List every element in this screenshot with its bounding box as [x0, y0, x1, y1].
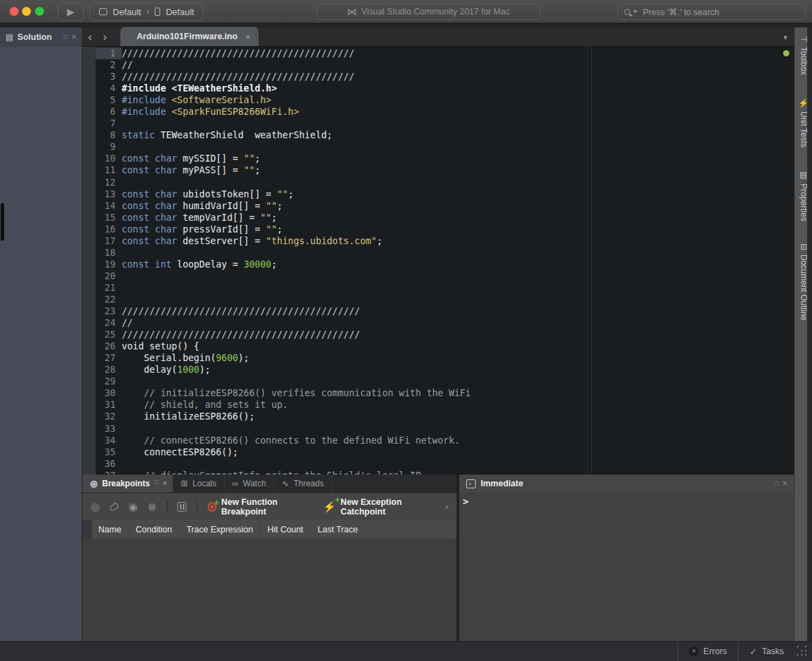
code-line: 14const char humidVarId[] = "";	[96, 200, 794, 212]
new-breakpoint-icon[interactable]: ◎	[91, 501, 100, 513]
toolbar-overflow-icon[interactable]: ›	[446, 501, 448, 512]
code-line: 35 connectESP8266();	[96, 446, 794, 458]
solution-pad-title: Solution	[17, 32, 52, 42]
debug-pads-tab-bar: ◎ Breakpoints □ × ⊞ Locals ∞ Watch ∿ Thr…	[83, 475, 457, 492]
solution-pad: ▤ Solution □ ×	[0, 28, 83, 641]
tasks-icon: ✓	[749, 647, 757, 657]
code-line: 12	[96, 177, 794, 188]
code-line: 10const char mySSID[] = "";	[96, 153, 794, 164]
code-line: 32 initializeESP8266();	[96, 411, 794, 422]
tab-locals[interactable]: ⊞ Locals	[173, 475, 225, 492]
dock-icon[interactable]: □	[155, 479, 158, 488]
close-icon[interactable]: ×	[162, 479, 167, 488]
code-line: 36	[96, 458, 794, 470]
toolbar-separator	[167, 500, 168, 514]
tab-list-dropdown-icon[interactable]: ▾	[776, 28, 794, 46]
tab-threads[interactable]: ∿ Threads	[274, 475, 332, 492]
tasks-button[interactable]: ✓ Tasks	[738, 647, 795, 657]
device-icon	[155, 8, 160, 16]
errors-label: Errors	[703, 647, 727, 656]
threads-icon: ∿	[282, 479, 289, 488]
dock-icon[interactable]: □	[775, 480, 778, 487]
navigate-back-icon[interactable]: ‹	[83, 28, 98, 46]
line-number: 11	[96, 164, 122, 176]
code-line: 31 // shield, and sets it up.	[96, 399, 794, 411]
threads-tab-label: Threads	[294, 479, 324, 488]
column-name[interactable]: Name	[91, 520, 129, 539]
breakpoint-margin[interactable]	[83, 47, 96, 475]
line-number: 35	[96, 446, 122, 458]
line-number: 17	[96, 235, 122, 247]
line-number: 8	[96, 129, 122, 141]
line-number: 3	[96, 71, 122, 83]
search-placeholder: Press '⌘.' to search	[643, 7, 719, 17]
line-number: 21	[96, 282, 122, 294]
close-icon[interactable]: ×	[782, 479, 787, 488]
remove-all-breakpoints-icon[interactable]: ⊗	[148, 501, 157, 513]
line-number: 37	[96, 470, 122, 475]
code-line: 6#include <SparkFunESP8266WiFi.h>	[96, 106, 794, 118]
new-function-breakpoint-button[interactable]: New Function Breakpoint	[208, 497, 313, 517]
window-title: Visual Studio Community 2017 for Mac	[362, 7, 510, 17]
code-line: 37 // displayConnectInfo prints the Shie…	[96, 470, 794, 475]
run-button[interactable]: ▶	[58, 3, 84, 21]
minimize-window-button[interactable]	[22, 7, 31, 16]
editor-scrollbar[interactable]	[807, 28, 812, 641]
breakpoints-list[interactable]	[83, 539, 457, 641]
run-configuration-selector[interactable]: Default › Default	[89, 3, 204, 21]
editor-scrollbar-thumb[interactable]	[1, 203, 4, 241]
line-number: 30	[96, 387, 122, 399]
play-icon: ▶	[67, 6, 75, 17]
tab-arduino101firmware[interactable]: Arduino101Firmware.ino ×	[120, 27, 259, 46]
code-line: 17const char destServer[] = "things.ubid…	[96, 235, 794, 247]
close-icon[interactable]: ×	[72, 32, 76, 42]
line-number: 7	[96, 118, 122, 129]
device-label: Default	[166, 7, 194, 17]
solution-icon: ▤	[6, 32, 13, 42]
line-number: 31	[96, 399, 122, 411]
resize-grip[interactable]	[795, 645, 810, 658]
navigate-forward-icon[interactable]: ›	[98, 28, 113, 46]
tasks-label: Tasks	[762, 647, 784, 656]
column-trace-expression[interactable]: Trace Expression	[179, 520, 261, 539]
close-window-button[interactable]	[10, 7, 19, 16]
code-line: 29	[96, 376, 794, 387]
line-number: 34	[96, 435, 122, 446]
clear-breakpoint-icon[interactable]	[109, 502, 119, 511]
code-line: 3///////////////////////////////////////…	[96, 71, 794, 83]
code-line: 33	[96, 423, 794, 435]
column-last-trace[interactable]: Last Trace	[311, 520, 365, 539]
column-condition[interactable]: Condition	[129, 520, 179, 539]
toolbar-separator	[197, 500, 197, 514]
errors-button[interactable]: × Errors	[678, 647, 738, 656]
zoom-window-button[interactable]	[35, 7, 44, 16]
solution-pad-header: ▤ Solution □ ×	[0, 28, 82, 47]
locals-icon: ⊞	[181, 479, 188, 488]
tab-breakpoints[interactable]: ◎ Breakpoints □ ×	[83, 475, 173, 492]
solution-tree[interactable]	[0, 47, 82, 641]
window-title-widget: ⋈ Visual Studio Community 2017 for Mac	[316, 3, 540, 20]
code-line: 34 // connectESP8266() connects to the d…	[96, 435, 794, 446]
code-line: 7	[96, 118, 794, 129]
code-line: 30 // initializeESP8266() verifies commu…	[96, 387, 794, 399]
line-number: 5	[96, 94, 122, 106]
column-options-icon[interactable]	[177, 502, 186, 512]
close-tab-icon[interactable]: ×	[245, 32, 251, 42]
new-function-breakpoint-label: New Function Breakpoint	[221, 497, 313, 517]
code-line: 20	[96, 270, 794, 282]
code-line: 16const char pressVarId[] = "";	[96, 224, 794, 235]
disable-all-breakpoints-icon[interactable]: ◉	[129, 501, 138, 513]
tab-watch[interactable]: ∞ Watch	[225, 475, 274, 492]
code-editor[interactable]: 1///////////////////////////////////////…	[83, 47, 794, 475]
code-line: 19const int loopDelay = 30000;	[96, 259, 794, 270]
breakpoints-tab-label: Breakpoints	[102, 479, 149, 488]
search-input[interactable]: Press '⌘.' to search	[617, 3, 806, 20]
immediate-console-input[interactable]: >	[459, 492, 794, 641]
code-line: 5#include <SoftwareSerial.h>	[96, 94, 794, 106]
new-exception-catchpoint-button[interactable]: ⚡ New Exception Catchpoint	[323, 497, 435, 517]
line-number: 22	[96, 294, 122, 305]
column-hit-count[interactable]: Hit Count	[261, 520, 311, 539]
dock-icon[interactable]: □	[64, 34, 67, 41]
file-health-indicator	[783, 50, 789, 56]
search-icon	[624, 9, 630, 15]
